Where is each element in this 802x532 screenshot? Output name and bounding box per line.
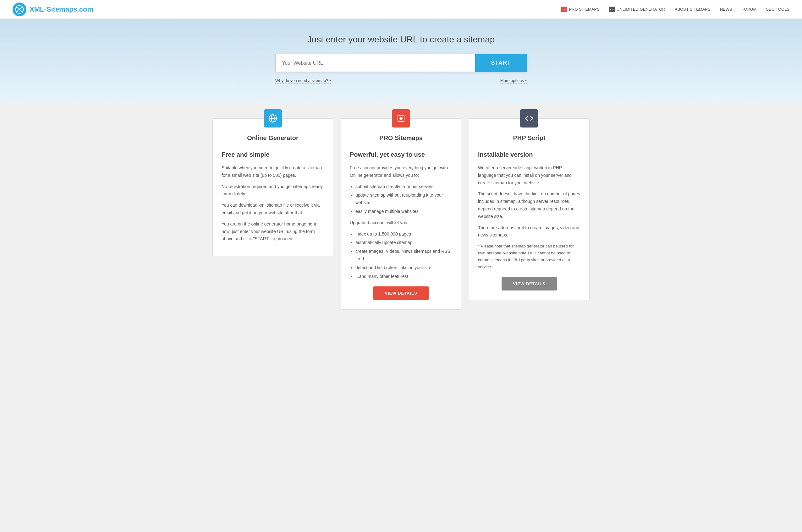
hero-section: Just enter your website URL to create a … xyxy=(0,19,802,103)
php-script-card: PHP Script Installable version We offer … xyxy=(469,118,589,300)
nav-pro-sitemaps[interactable]: ▪ PRO SITEMAPS xyxy=(561,6,600,12)
why-sitemap-link[interactable]: Why do you need a sitemap? ▾ xyxy=(275,78,331,84)
list-item: automatically update sitemap xyxy=(356,239,452,247)
hero-heading: Just enter your website URL to create a … xyxy=(6,35,796,44)
php-script-title: PHP Script xyxy=(478,134,580,141)
php-script-body: Installable version We offer a server-si… xyxy=(478,149,580,271)
logo-icon xyxy=(13,2,26,16)
why-dropdown-arrow: ▾ xyxy=(329,79,331,82)
list-item: easily manage multiple websites xyxy=(356,208,452,215)
pro-sitemaps-view-details-button[interactable]: VIEW DETAILS xyxy=(373,286,429,300)
online-generator-icon-wrapper xyxy=(264,109,282,128)
pro-sitemaps-list-1: submit sitemap directly from our servers… xyxy=(356,183,452,215)
php-script-view-details-button[interactable]: VIEW DETAILS xyxy=(502,277,557,290)
more-options-link[interactable]: More options ▾ xyxy=(500,78,527,84)
list-item: create Images, Videos, News sitemaps and… xyxy=(356,248,452,263)
more-options-arrow: ▾ xyxy=(525,79,527,82)
php-script-footer: VIEW DETAILS xyxy=(478,277,580,290)
pro-sitemaps-body: Powerful, yet easy to use Free account p… xyxy=(350,149,452,280)
cards-container: Online Generator Free and simple Suitabl… xyxy=(213,118,589,310)
online-generator-body: Free and simple Suitable when you need t… xyxy=(222,149,324,243)
pro-sitemaps-card: PRO Sitemaps Powerful, yet easy to use F… xyxy=(341,118,461,310)
main-content: Online Generator Free and simple Suitabl… xyxy=(0,103,802,325)
logo[interactable]: XML-Sitemaps.com xyxy=(13,2,93,16)
pro-sitemaps-icon: ▪ xyxy=(561,6,567,12)
pro-sitemaps-subtitle: Powerful, yet easy to use xyxy=(350,149,452,160)
nav-forum[interactable]: FORUM xyxy=(742,7,757,12)
list-item: ...and many other features! xyxy=(356,273,452,281)
nav-news[interactable]: NEWS xyxy=(720,7,732,12)
nav-about-sitemaps[interactable]: ABOUT SITEMAPS xyxy=(675,7,711,12)
list-item: submit sitemap directly from our servers xyxy=(356,183,452,191)
online-generator-subtitle: Free and simple xyxy=(222,149,324,160)
pro-sitemaps-list-2: index up to 1,500,000 pages automaticall… xyxy=(356,230,452,281)
logo-text: XML-Sitemaps.com xyxy=(30,5,93,14)
url-form: START xyxy=(275,54,527,72)
unlimited-generator-icon: <> xyxy=(609,6,615,12)
list-item: detect and list broken links on your sit… xyxy=(356,264,452,272)
start-button[interactable]: START xyxy=(475,54,527,72)
pro-sitemaps-title: PRO Sitemaps xyxy=(350,134,452,141)
online-generator-card: Online Generator Free and simple Suitabl… xyxy=(213,118,333,256)
php-script-icon-wrapper xyxy=(520,109,538,128)
svg-point-14 xyxy=(399,117,403,120)
list-item: update sitemap without reuploading it to… xyxy=(356,192,452,207)
php-script-subtitle: Installable version xyxy=(478,149,580,160)
list-item: index up to 1,500,000 pages xyxy=(356,230,452,238)
nav-unlimited-generator[interactable]: <> UNLIMITED GENERATOR xyxy=(609,6,665,12)
pro-sitemaps-footer: VIEW DETAILS xyxy=(350,286,452,300)
url-input[interactable] xyxy=(275,54,475,72)
form-options: Why do you need a sitemap? ▾ More option… xyxy=(275,78,527,84)
pro-sitemaps-icon-wrapper xyxy=(392,109,410,128)
main-nav: ▪ PRO SITEMAPS <> UNLIMITED GENERATOR AB… xyxy=(561,6,789,12)
nav-seo-tools[interactable]: SEO TOOLS xyxy=(766,7,789,12)
online-generator-title: Online Generator xyxy=(222,134,324,141)
